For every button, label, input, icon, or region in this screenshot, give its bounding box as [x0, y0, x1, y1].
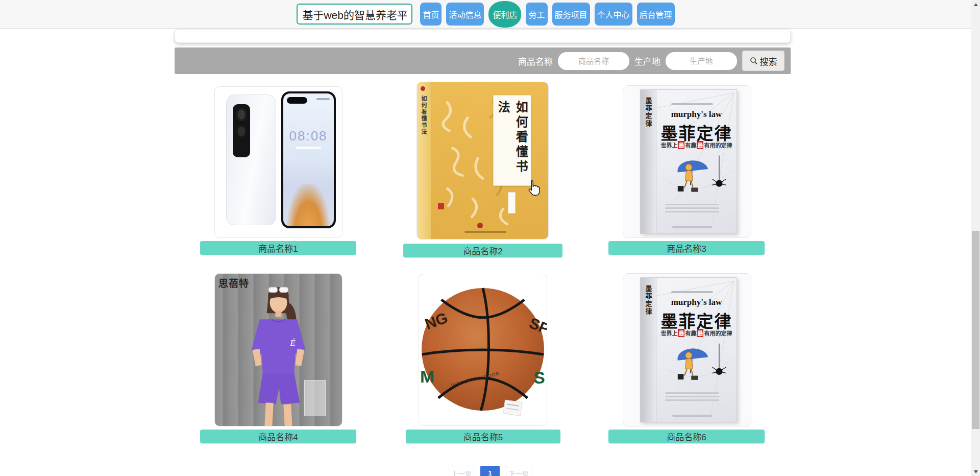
nav-tab-store[interactable]: 便利店: [488, 1, 521, 28]
cover-paragraph-bars: [665, 204, 719, 215]
subtitle-highlight: 最: [697, 329, 703, 337]
calligraphy-book-illustration: 如何看懂书法 如何看懂书法: [417, 82, 548, 239]
subtitle-part: 世界上: [660, 141, 677, 149]
book-title-text: 如何看懂书法: [494, 101, 530, 185]
scrollbar-down-button[interactable]: [971, 467, 980, 476]
phone-camera-module: [233, 104, 250, 157]
phone-statusbar: [316, 98, 330, 100]
product-image-6[interactable]: 墨菲定律 murphy's law 墨菲定律 世界上最有趣最有用的定律: [623, 273, 751, 426]
subtitle-highlight: 最: [678, 329, 684, 337]
scroll-up-icon: [974, 3, 978, 6]
product-name-input[interactable]: [558, 52, 629, 70]
publisher-text-bar: [672, 415, 713, 417]
subtitle-part: 有趣: [685, 329, 696, 337]
outfit-illustration: É 思蓓特: [215, 274, 342, 426]
cover-cartoon: [665, 150, 728, 207]
spine-logo-dot: [421, 86, 425, 91]
pagination: 上一页 1 下一页: [449, 466, 531, 476]
nav-tab-profile[interactable]: 个人中心: [595, 3, 632, 26]
spine-title-text: 如何看懂书法: [420, 96, 428, 135]
phone-screen: 08:08: [283, 93, 334, 226]
cover-top-text-bar: [671, 103, 714, 105]
book-title-panel: 如何看懂书法: [493, 95, 531, 186]
search-icon: [750, 57, 758, 65]
phone-wallpaper-blob: [287, 184, 329, 226]
origin-input[interactable]: [666, 52, 737, 70]
publisher-text-bar: [672, 226, 713, 228]
nav-tab-labor[interactable]: 劳工: [526, 3, 547, 26]
subtitle-part: 有用的定律: [704, 329, 732, 337]
product-name-label: 商品名称: [518, 55, 553, 67]
book-spine: 墨菲定律: [641, 278, 657, 421]
search-button[interactable]: 搜索: [742, 51, 785, 71]
nav-tab-activities[interactable]: 活动信息: [446, 3, 484, 26]
scrollbar-up-button[interactable]: [971, 0, 980, 9]
phone-front-view: 08:08: [281, 91, 336, 228]
product-image-2[interactable]: 如何看懂书法 如何看懂书法: [416, 82, 549, 240]
product-name-bar[interactable]: 商品名称3: [608, 241, 765, 255]
product-name-bar[interactable]: 商品名称1: [200, 241, 356, 255]
book-cover: 墨菲定律 murphy's law 墨菲定律 世界上最有趣最有用的定律: [640, 89, 737, 233]
product-image-5[interactable]: NG SP M S INDOOR/OUTDOOR: [419, 274, 547, 426]
basketball-drawing: NG SP M S INDOOR/OUTDOOR: [419, 274, 547, 425]
nav-tab-services[interactable]: 服务项目: [552, 3, 590, 26]
scroll-down-icon: [974, 470, 978, 473]
book-spine: 墨菲定律: [641, 90, 657, 233]
cover-top-text-bar: [671, 291, 714, 293]
spine-title-text: 墨菲定律: [643, 285, 653, 421]
publisher-text-bar: [464, 231, 506, 233]
brand-text: 思蓓特: [218, 276, 249, 290]
product-name-bar[interactable]: 商品名称4: [200, 430, 356, 443]
product-image-1[interactable]: 08:08: [214, 86, 342, 238]
subtitle: 世界上最有趣最有用的定律: [656, 329, 736, 337]
book-spine: 如何看懂书法: [417, 82, 431, 239]
subtitle-highlight: 最: [697, 141, 703, 149]
book-author-panel: [508, 192, 516, 213]
cover-paragraph-bars: [665, 392, 719, 403]
subtitle-part: 世界上: [660, 329, 677, 337]
book-cover: 墨菲定律 murphy's law 墨菲定律 世界上最有趣最有用的定律: [640, 277, 737, 422]
nav-tab-home[interactable]: 首页: [420, 3, 442, 26]
product-name-bar[interactable]: 商品名称5: [406, 430, 560, 443]
model-drawing: É: [215, 274, 342, 426]
pagination-page-1[interactable]: 1: [480, 466, 500, 476]
search-button-label: 搜索: [760, 55, 777, 67]
product-search-toolbar: 商品名称 生产地 搜索: [175, 47, 791, 74]
phone-subtext-bar: [296, 147, 321, 149]
pagination-next-button[interactable]: 下一页: [506, 466, 531, 476]
pagination-prev-button[interactable]: 上一页: [449, 466, 474, 476]
subtitle-part: 有用的定律: [704, 141, 732, 149]
title-english: murphy's law: [656, 297, 736, 307]
product-name-bar[interactable]: 商品名称2: [403, 244, 562, 257]
subtitle-highlight: 最: [678, 141, 684, 149]
phone-back-view: [226, 94, 276, 226]
phone-illustration: 08:08: [215, 87, 342, 237]
subtitle: 世界上最有趣最有用的定律: [656, 141, 736, 149]
page: 首页 活动信息 便利店 劳工 服务项目 个人中心 后台管理 商品名称 生产地 搜…: [0, 0, 980, 476]
top-navbar: 首页 活动信息 便利店 劳工 服务项目 个人中心 后台管理: [0, 0, 971, 29]
ball-green-letter-left: M: [420, 367, 434, 386]
product-image-4[interactable]: É 思蓓特: [214, 273, 342, 426]
ball-green-letter-right: S: [533, 368, 545, 387]
title-english: murphy's law: [656, 109, 736, 120]
phone-camera-cutout: [287, 97, 307, 104]
subtitle-part: 有趣: [685, 141, 696, 149]
cover-cartoon: [665, 338, 728, 395]
shirt-logo: É: [289, 338, 296, 348]
red-seal: [438, 203, 444, 209]
scrollbar[interactable]: [971, 0, 980, 476]
spine-title-text: 墨菲定律: [643, 97, 653, 233]
platform-title-input[interactable]: [297, 4, 412, 25]
publisher-logo: [477, 223, 483, 228]
scrollbar-thumb[interactable]: [972, 231, 979, 429]
nav-tab-admin[interactable]: 后台管理: [637, 3, 675, 26]
product-image-3[interactable]: 墨菲定律 murphy's law 墨菲定律 世界上最有趣最有用的定律: [623, 85, 751, 238]
phone-clock-text: 08:08: [283, 128, 334, 144]
murphys-law-book-illustration: 墨菲定律 murphy's law 墨菲定律 世界上最有趣最有用的定律: [623, 86, 751, 237]
product-name-bar[interactable]: 商品名称6: [608, 430, 765, 443]
content-card-top-edge: [175, 29, 791, 43]
origin-label: 生产地: [634, 55, 660, 67]
murphys-law-book-illustration: 墨菲定律 murphy's law 墨菲定律 世界上最有趣最有用的定律: [623, 274, 751, 426]
basketball-illustration: NG SP M S INDOOR/OUTDOOR: [419, 274, 547, 425]
